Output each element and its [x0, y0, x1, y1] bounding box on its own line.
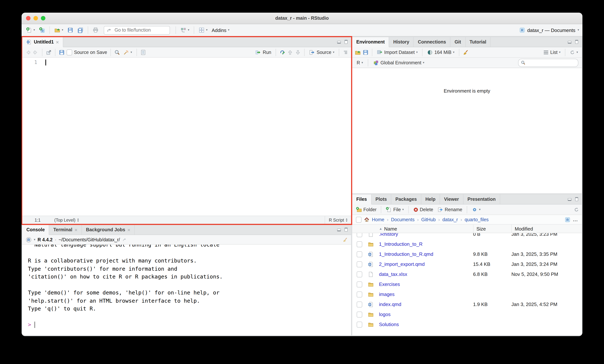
tab-background-jobs[interactable]: Background Jobs×	[82, 225, 135, 235]
save-button[interactable]	[66, 26, 74, 34]
version-control-button[interactable]: ▾	[179, 26, 190, 34]
open-in-files-icon[interactable]	[122, 237, 127, 242]
file-name-link[interactable]: images	[379, 291, 473, 297]
new-folder-button[interactable]: Folder	[355, 206, 378, 213]
new-file-button[interactable]: ▾	[25, 26, 36, 34]
clear-console-icon[interactable]	[342, 237, 348, 242]
file-row[interactable]: images	[352, 289, 582, 299]
file-row[interactable]: 2_import_export.qmd 15.4 KB Jan 3, 2025,…	[352, 259, 582, 269]
maximize-pane-icon[interactable]	[344, 227, 349, 232]
tab-viewer[interactable]: Viewer	[440, 194, 463, 204]
row-checkbox[interactable]	[357, 311, 362, 317]
file-name-link[interactable]: data_tax.xlsx	[379, 271, 473, 277]
go-to-next-chunk-icon[interactable]	[295, 49, 301, 55]
file-name-link[interactable]: index.qmd	[379, 301, 473, 307]
row-checkbox[interactable]	[357, 261, 362, 267]
minimize-pane-icon[interactable]	[567, 197, 572, 201]
forward-icon[interactable]	[33, 49, 39, 55]
minimize-pane-icon[interactable]	[567, 39, 572, 44]
find-replace-icon[interactable]	[114, 49, 120, 55]
environment-selector[interactable]: Global Environment ▾	[372, 59, 426, 66]
tab-connections[interactable]: Connections	[414, 37, 450, 47]
new-project-button[interactable]	[38, 26, 46, 34]
minimize-pane-icon[interactable]	[337, 39, 341, 44]
run-button[interactable]: Run	[254, 49, 272, 56]
code-area[interactable]	[42, 58, 351, 216]
minimize-pane-icon[interactable]	[337, 227, 341, 232]
tab-help[interactable]: Help	[421, 194, 440, 204]
maximize-pane-icon[interactable]	[344, 39, 349, 44]
language-selector[interactable]: R ▾	[355, 59, 364, 66]
file-name-link[interactable]: logos	[379, 312, 473, 317]
caret-down-icon[interactable]: ▾	[62, 29, 63, 32]
save-workspace-icon[interactable]	[363, 49, 369, 55]
close-window-button[interactable]	[26, 16, 30, 20]
load-workspace-icon[interactable]	[355, 49, 361, 55]
console-prompt-line[interactable]: >	[28, 321, 351, 329]
back-icon[interactable]	[25, 49, 31, 55]
caret-down-icon[interactable]: ▾	[34, 238, 35, 241]
new-file-blank-button[interactable]: File ▾	[385, 206, 405, 213]
source-on-save-checkbox[interactable]	[67, 49, 72, 55]
home-icon[interactable]	[364, 217, 369, 222]
rename-button[interactable]: Rename	[436, 206, 464, 213]
file-row[interactable]: data_tax.xlsx 6.8 KB Nov 5, 2024, 9:50 P…	[352, 269, 582, 279]
file-name-link[interactable]: 1_Introduction_to_R.qmd	[379, 251, 473, 257]
tab-plots[interactable]: Plots	[371, 194, 391, 204]
tab-presentation[interactable]: Presentation	[463, 194, 500, 204]
breadcrumb-documents[interactable]: Documents	[391, 217, 415, 222]
maximize-pane-icon[interactable]	[574, 39, 579, 44]
row-checkbox[interactable]	[357, 321, 362, 327]
caret-down-icon[interactable]: ▾	[206, 29, 208, 32]
tab-console[interactable]: Console	[22, 225, 49, 235]
row-checkbox[interactable]	[357, 241, 362, 247]
addins-button[interactable]: Addins▾	[211, 26, 231, 34]
r-project-cube-icon[interactable]	[564, 217, 570, 223]
save-all-button[interactable]	[76, 26, 84, 34]
file-row[interactable]: logos	[352, 309, 582, 319]
tab-files[interactable]: Files	[352, 194, 371, 204]
tab-tutorial[interactable]: Tutorial	[466, 37, 491, 47]
list-view-button[interactable]: List ▾	[542, 49, 562, 56]
minimize-window-button[interactable]	[34, 16, 38, 20]
file-name-link[interactable]: 2_import_export.qmd	[379, 261, 473, 267]
code-editor[interactable]: 1	[22, 58, 351, 216]
row-checkbox[interactable]	[357, 281, 362, 287]
file-row[interactable]: Exercises	[352, 279, 582, 289]
file-name-link[interactable]: Solutions	[379, 322, 473, 327]
caret-down-icon[interactable]: ▾	[34, 29, 35, 32]
memory-usage-button[interactable]: 164 MiB ▾	[426, 49, 456, 56]
breadcrumb-quarto-files[interactable]: quarto_files	[465, 217, 489, 222]
file-name-link[interactable]: .Rhistory	[379, 233, 473, 237]
close-icon[interactable]: ×	[127, 227, 130, 233]
workspace-panes-button[interactable]: ▾	[198, 26, 209, 34]
file-row[interactable]: 1_Introduction_to_R	[352, 239, 582, 249]
row-checkbox[interactable]	[357, 291, 362, 297]
breadcrumb-github[interactable]: GitHub	[421, 217, 436, 222]
caret-down-icon[interactable]: ▾	[188, 29, 189, 32]
file-type-selector[interactable]: R Script ▴▾	[325, 216, 351, 224]
row-checkbox[interactable]	[357, 233, 362, 237]
breadcrumb-datax-r[interactable]: datax_r	[442, 217, 458, 222]
save-source-icon[interactable]	[59, 49, 65, 55]
file-name-link[interactable]: Exercises	[379, 281, 473, 287]
project-menu-button[interactable]: datax_r — Documents ▾	[519, 27, 579, 33]
compile-report-icon[interactable]	[140, 49, 146, 55]
import-dataset-button[interactable]: Import Dataset ▾	[376, 49, 419, 56]
tab-history[interactable]: History	[389, 37, 414, 47]
file-row[interactable]: index.qmd 1.9 KB Jan 3, 2025, 4:52 PM	[352, 299, 582, 309]
row-checkbox[interactable]	[357, 301, 362, 307]
breadcrumb-home[interactable]: Home	[372, 217, 384, 222]
rerun-icon[interactable]	[279, 49, 285, 55]
row-checkbox[interactable]	[357, 271, 362, 277]
delete-button[interactable]: Delete	[412, 206, 434, 213]
file-row[interactable]: 1_Introduction_to_R.qmd 9.8 KB Jan 3, 20…	[352, 249, 582, 259]
tab-environment[interactable]: Environment	[352, 37, 389, 47]
r-version-icon[interactable]	[26, 237, 32, 243]
close-icon[interactable]: ×	[75, 227, 77, 233]
tab-git[interactable]: Git	[450, 37, 466, 47]
row-checkbox[interactable]	[357, 251, 362, 257]
document-outline-icon[interactable]	[342, 49, 349, 55]
maximize-pane-icon[interactable]	[574, 197, 579, 201]
show-in-new-window-icon[interactable]	[46, 49, 52, 55]
